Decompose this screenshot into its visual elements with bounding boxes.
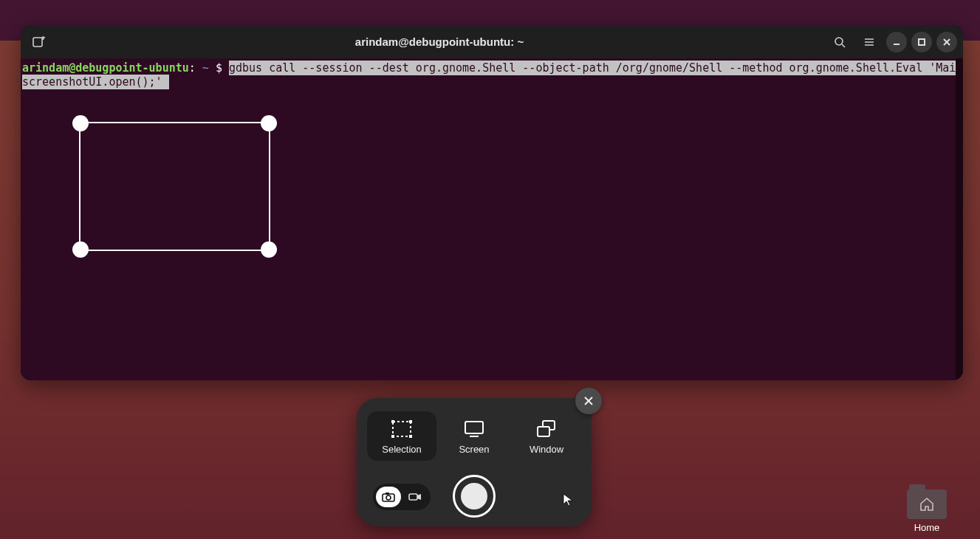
new-tab-button[interactable] [27, 30, 52, 55]
mode-selection-label: Selection [369, 444, 435, 455]
mode-screen[interactable]: Screen [439, 411, 509, 461]
capture-button[interactable] [453, 475, 496, 518]
command-text-1: gdbus call --session --dest org.gnome.Sh… [229, 61, 963, 75]
selection-handle-bottom-right[interactable] [261, 241, 277, 258]
svg-rect-9 [409, 435, 412, 438]
svg-rect-6 [391, 420, 394, 423]
svg-rect-8 [391, 435, 394, 438]
svg-rect-4 [919, 39, 925, 45]
hamburger-menu-icon [863, 36, 875, 48]
svg-rect-7 [409, 420, 412, 423]
desktop-icon-label: Home [894, 522, 959, 533]
svg-rect-10 [465, 422, 483, 433]
svg-line-2 [842, 44, 845, 47]
selection-handle-top-right[interactable] [261, 115, 277, 131]
selection-handle-bottom-left[interactable] [72, 241, 89, 258]
mode-selection[interactable]: Selection [367, 411, 436, 461]
prompt-user-host: arindam@debugpoint-ubuntu [22, 61, 189, 75]
capture-button-inner [461, 483, 487, 509]
svg-rect-13 [538, 427, 549, 436]
desktop-home-folder[interactable]: Home [894, 490, 959, 533]
terminal-scrollbar[interactable] [956, 58, 963, 380]
prompt-path: ~ [202, 61, 209, 75]
screenshot-modes: Selection Screen Window [357, 398, 592, 461]
svg-point-1 [835, 38, 843, 45]
screen-icon [462, 419, 487, 439]
svg-rect-5 [393, 422, 411, 436]
close-icon [942, 38, 951, 47]
screenshot-panel: Selection Screen Window [357, 398, 592, 526]
new-tab-icon [32, 35, 46, 49]
mode-screen-label: Screen [441, 444, 507, 455]
prompt-separator: : [189, 61, 202, 75]
terminal-line: arindam@debugpoint-ubuntu: ~ $ gdbus cal… [22, 61, 962, 75]
terminal-line: screenshotUI.open();' [22, 75, 962, 89]
search-icon [834, 36, 846, 48]
mouse-cursor [563, 493, 573, 509]
selection-icon [389, 419, 414, 439]
prompt-sigil: $ [209, 61, 229, 75]
selection-handle-top-left[interactable] [72, 115, 89, 131]
menu-button[interactable] [857, 30, 882, 55]
mode-window-label: Window [513, 444, 580, 455]
command-text-2: screenshotUI.open();' [22, 75, 169, 89]
folder-icon [907, 490, 947, 519]
minimize-icon [892, 38, 901, 47]
close-icon [583, 396, 594, 406]
mode-window[interactable]: Window [512, 411, 581, 461]
screenshot-close-button[interactable] [575, 388, 602, 414]
screenshot-selection-rect[interactable] [79, 122, 270, 251]
svg-rect-0 [33, 38, 42, 47]
maximize-icon [917, 38, 926, 47]
window-icon [534, 419, 559, 439]
close-button[interactable] [936, 32, 957, 52]
search-button[interactable] [827, 30, 852, 55]
minimize-button[interactable] [886, 32, 907, 52]
window-title: arindam@debugpoint-ubuntu: ~ [52, 35, 827, 48]
maximize-button[interactable] [911, 32, 932, 52]
home-icon [919, 497, 935, 512]
window-titlebar[interactable]: arindam@debugpoint-ubuntu: ~ [21, 25, 963, 58]
